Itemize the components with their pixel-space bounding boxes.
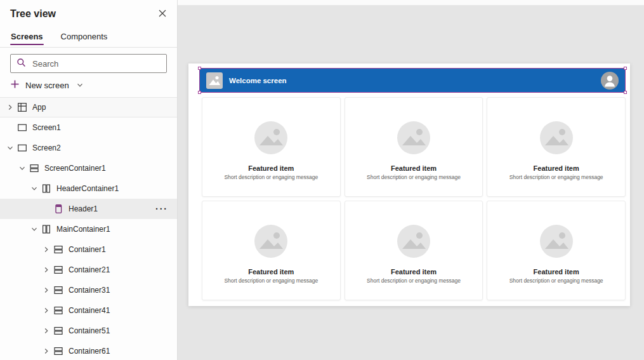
header-icon [53, 204, 63, 215]
tree-item-screen1[interactable]: Screen1 [0, 117, 177, 138]
header-title: Welcome screen [229, 77, 287, 84]
vertical-container-icon [41, 183, 51, 194]
card-title: Featured item [534, 164, 579, 172]
close-button[interactable] [155, 6, 169, 22]
chevron-spacer [5, 123, 15, 133]
image-placeholder-icon [397, 121, 430, 154]
card-subtitle: Short description or engaging message [224, 277, 318, 284]
new-screen-button[interactable]: New screen [0, 74, 177, 96]
tree-item-container31[interactable]: Container31 [0, 280, 177, 300]
chevron-right-icon[interactable] [41, 244, 51, 255]
screen-icon [16, 123, 27, 133]
tree-item-label: Screen1 [32, 123, 61, 132]
app-screen[interactable]: Welcome screen Featured item Short descr… [188, 63, 630, 306]
chevron-down-icon[interactable] [76, 81, 84, 89]
chevron-right-icon[interactable] [41, 305, 51, 316]
tree-item-app[interactable]: App [0, 97, 177, 117]
tab-components[interactable]: Components [60, 28, 108, 47]
search-icon [16, 58, 26, 70]
featured-cards-grid: Featured item Short description or engag… [202, 97, 626, 300]
search-input[interactable] [31, 58, 161, 69]
tree-item-label: Header1 [69, 204, 98, 213]
tree-item-container61[interactable]: Container61 [0, 341, 177, 360]
chevron-down-icon[interactable] [29, 224, 39, 234]
tree-item-maincontainer1[interactable]: MainContainer1 [0, 219, 177, 239]
horizontal-container-icon [53, 265, 63, 276]
screen-icon [16, 143, 27, 154]
chevron-down-icon[interactable] [17, 163, 27, 173]
image-placeholder-icon [254, 225, 287, 258]
search-box[interactable] [10, 54, 167, 73]
chevron-right-icon[interactable] [41, 265, 51, 275]
more-options-button[interactable]: ··· [155, 206, 177, 212]
person-icon [601, 72, 619, 90]
card-title: Featured item [534, 268, 579, 276]
tree-item-container1[interactable]: Container1 [0, 239, 177, 260]
new-screen-label: New screen [25, 81, 69, 90]
image-placeholder-icon [254, 121, 287, 154]
tree-item-label: Screen2 [32, 143, 61, 152]
featured-card[interactable]: Featured item Short description or engag… [202, 97, 341, 197]
app-icon [16, 102, 27, 113]
canvas-top-strip [178, 0, 644, 5]
page-title: Tree view [10, 8, 155, 20]
chevron-right-icon[interactable] [41, 285, 51, 295]
chevron-right-icon[interactable] [41, 346, 51, 356]
tree-item-screen2[interactable]: Screen2 [0, 138, 177, 158]
tree-item-label: Container21 [69, 265, 110, 274]
tree-item-label: ScreenContainer1 [44, 164, 106, 173]
chevron-right-icon[interactable] [41, 326, 51, 336]
card-subtitle: Short description or engaging message [509, 174, 603, 180]
image-placeholder-icon [397, 225, 430, 258]
header-control[interactable]: Welcome screen [200, 69, 625, 92]
panel-header: Tree view [0, 0, 177, 28]
chevron-down-icon[interactable] [29, 183, 39, 194]
tree-item-label: HeaderContainer1 [56, 184, 119, 193]
featured-card[interactable]: Featured item Short description or engag… [345, 201, 483, 300]
vertical-container-icon [41, 224, 51, 235]
featured-card[interactable]: Featured item Short description or engag… [202, 201, 341, 300]
panel-tabs: Screens Components [0, 28, 177, 48]
tree-item-label: MainContainer1 [56, 225, 110, 234]
close-icon [158, 9, 167, 20]
selection-handle[interactable] [624, 91, 627, 94]
card-subtitle: Short description or engaging message [509, 277, 603, 284]
card-subtitle: Short description or engaging message [224, 174, 318, 180]
selection-handle[interactable] [198, 91, 201, 94]
tree-item-label: Container41 [69, 306, 110, 315]
chevron-right-icon[interactable] [5, 102, 15, 112]
tree-item-label: App [32, 103, 46, 112]
tree-item-container51[interactable]: Container51 [0, 321, 177, 341]
card-title: Featured item [391, 268, 437, 276]
horizontal-container-icon [53, 326, 63, 337]
horizontal-container-icon [53, 305, 63, 316]
tree-item-container21[interactable]: Container21 [0, 260, 177, 280]
horizontal-container-icon [29, 163, 39, 174]
tree-item-label: Container1 [69, 245, 106, 254]
featured-card[interactable]: Featured item Short description or engag… [487, 97, 626, 197]
search-area [0, 48, 177, 73]
plus-icon [10, 79, 20, 91]
tree: App Screen1 Screen2 ScreenContainer1 Hea… [0, 97, 177, 360]
card-title: Featured item [248, 268, 294, 276]
design-canvas: Welcome screen Featured item Short descr… [178, 0, 644, 360]
tree-view-panel: Tree view Screens Components New screen [0, 0, 178, 360]
chevron-spacer [41, 204, 51, 214]
chevron-down-icon[interactable] [5, 143, 15, 153]
tree-item-container41[interactable]: Container41 [0, 300, 177, 321]
featured-card[interactable]: Featured item Short description or engag… [487, 201, 626, 300]
featured-card[interactable]: Featured item Short description or engag… [345, 97, 483, 197]
image-placeholder-icon [540, 225, 573, 258]
tab-screens[interactable]: Screens [10, 28, 44, 47]
selection-handle[interactable] [624, 67, 627, 70]
tree-item-label: Container61 [69, 347, 110, 356]
tree-item-headercontainer1[interactable]: HeaderContainer1 [0, 178, 177, 199]
selection-handle[interactable] [198, 67, 201, 70]
card-title: Featured item [248, 164, 294, 172]
card-subtitle: Short description or engaging message [367, 174, 461, 180]
tree-item-header1[interactable]: Header1 ··· [0, 199, 177, 219]
tree-item-screencontainer1[interactable]: ScreenContainer1 [0, 158, 177, 178]
horizontal-container-icon [53, 346, 63, 357]
tree-item-label: Container51 [69, 326, 110, 335]
horizontal-container-icon [53, 244, 63, 255]
